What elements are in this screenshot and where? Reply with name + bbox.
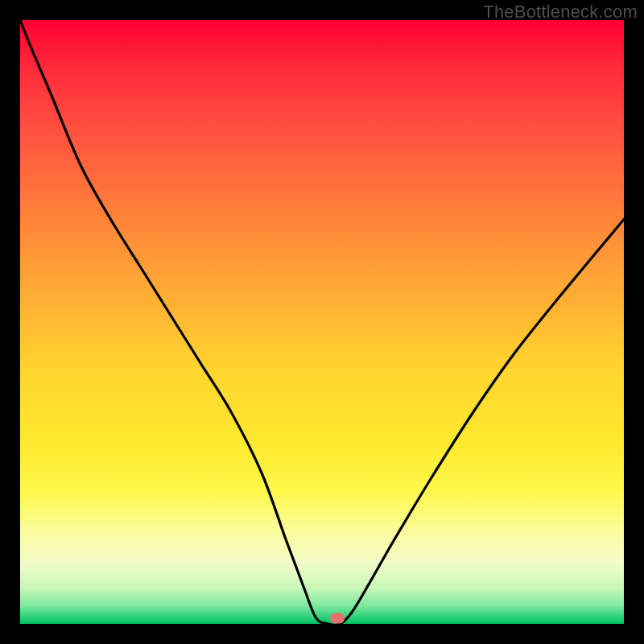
bottleneck-curve [20, 20, 624, 624]
plot-area [20, 20, 624, 624]
optimum-marker [330, 613, 345, 623]
chart-frame: TheBottleneck.com [0, 0, 644, 644]
